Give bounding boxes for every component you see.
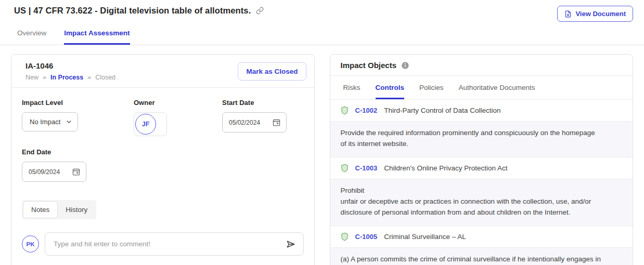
workflow-step-closed: Closed xyxy=(95,74,115,81)
tab-history[interactable]: History xyxy=(58,202,95,218)
shield-icon xyxy=(341,232,349,241)
view-document-label: View Document xyxy=(575,10,626,18)
notes-history-tabs: Notes History xyxy=(22,200,96,219)
control-title: Children's Online Privacy Protection Act xyxy=(384,164,507,172)
control-description: Provide the required information promine… xyxy=(330,122,633,157)
start-date-value: 05/02/2024 xyxy=(229,119,260,126)
workflow-step-in-process: In Process xyxy=(50,74,83,81)
owner-chip[interactable]: JF xyxy=(134,112,167,136)
comment-input[interactable] xyxy=(54,240,280,248)
owner-label: Owner xyxy=(134,99,222,107)
calendar-icon[interactable] xyxy=(272,118,281,127)
control-id-link[interactable]: C-1003 xyxy=(355,164,378,172)
control-title: Third-Party Control of Data Collection xyxy=(384,107,500,114)
document-icon xyxy=(564,10,572,18)
impact-objects-card: Impact Objects Risks Controls Policies A… xyxy=(330,54,634,265)
info-icon[interactable] xyxy=(401,61,409,70)
start-date-field: Start Date 05/02/2024 xyxy=(222,99,304,136)
tab-notes[interactable]: Notes xyxy=(23,201,58,218)
tab-controls[interactable]: Controls xyxy=(376,84,405,99)
control-description: Prohibit unfair or deceptive acts or pra… xyxy=(330,179,633,226)
control-row: C-1002 Third-Party Control of Data Colle… xyxy=(330,100,633,122)
control-id-link[interactable]: C-1005 xyxy=(355,233,378,241)
current-user-avatar: PK xyxy=(22,235,39,253)
page-title: US | 47 CFR 73.622 - Digital television … xyxy=(14,6,251,16)
impact-objects-tab-bar: Risks Controls Policies Authoritative Do… xyxy=(330,76,633,100)
impact-level-select[interactable]: No Impact xyxy=(22,112,78,131)
start-date-input[interactable]: 05/02/2024 xyxy=(222,112,287,132)
shield-icon xyxy=(341,106,349,115)
control-description: (a) A person commits the crime of crimin… xyxy=(330,248,633,265)
permalink-icon[interactable] xyxy=(256,7,264,15)
control-row: C-1003 Children's Online Privacy Protect… xyxy=(330,157,633,179)
chevron-down-icon xyxy=(66,118,72,125)
tab-authoritative-documents[interactable]: Authoritative Documents xyxy=(459,84,535,99)
control-row: C-1005 Criminal Surveillance – AL xyxy=(330,226,633,248)
mark-as-closed-button[interactable]: Mark as Closed xyxy=(238,62,306,81)
impact-level-label: Impact Level xyxy=(22,99,134,107)
end-date-input[interactable]: 05/09/2024 xyxy=(22,162,86,182)
tab-overview[interactable]: Overview xyxy=(17,29,46,45)
control-title: Criminal Surveillance – AL xyxy=(384,233,466,241)
comment-input-wrap xyxy=(45,232,304,256)
workflow-separator: » xyxy=(43,74,46,81)
page-header: US | 47 CFR 73.622 - Digital television … xyxy=(0,0,644,22)
impact-objects-title: Impact Objects xyxy=(341,61,397,70)
impact-level-field: Impact Level No Impact xyxy=(22,99,134,136)
end-date-value: 05/09/2024 xyxy=(29,168,60,176)
view-document-button[interactable]: View Document xyxy=(557,6,633,22)
end-date-label: End Date xyxy=(22,148,304,156)
impact-assessment-card: IA-1046 New » In Process » Closed Mark a… xyxy=(11,54,315,265)
workflow-separator: » xyxy=(87,74,91,81)
shield-icon xyxy=(341,164,349,173)
tab-policies[interactable]: Policies xyxy=(419,84,444,99)
impact-level-value: No Impact xyxy=(30,118,60,126)
owner-field: Owner JF xyxy=(134,99,222,136)
owner-avatar: JF xyxy=(135,114,156,135)
control-id-link[interactable]: C-1002 xyxy=(355,107,378,114)
tab-risks[interactable]: Risks xyxy=(343,84,360,99)
comment-row: PK xyxy=(22,232,304,256)
calendar-icon[interactable] xyxy=(72,167,81,176)
workflow-step-new: New xyxy=(25,74,38,81)
main-tab-bar: Overview Impact Assessment xyxy=(0,22,644,45)
tab-impact-assessment[interactable]: Impact Assessment xyxy=(64,29,130,45)
end-date-field: End Date 05/09/2024 xyxy=(22,148,304,182)
send-comment-button[interactable] xyxy=(286,239,296,249)
start-date-label: Start Date xyxy=(222,99,304,107)
